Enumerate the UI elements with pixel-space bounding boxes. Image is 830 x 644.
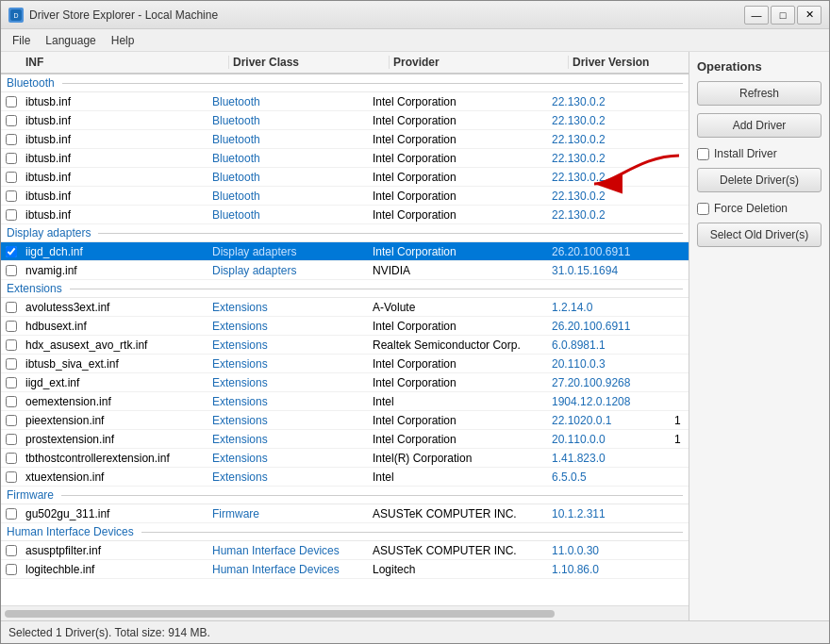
select-old-button[interactable]: Select Old Driver(s): [697, 223, 822, 247]
cell-inf: ibtusb_siva_ext.inf: [22, 357, 208, 371]
row-checkbox[interactable]: [6, 453, 17, 464]
table-row[interactable]: hdx_asusext_avo_rtk.infExtensionsRealtek…: [1, 336, 689, 355]
cell-inf: tbthostcontrollerextension.inf: [22, 452, 208, 465]
cell-provider: Intel Corporation: [369, 114, 548, 127]
cell-inf: oemextension.inf: [22, 395, 208, 408]
row-checkbox[interactable]: [6, 339, 17, 351]
row-checkbox[interactable]: [6, 545, 17, 556]
row-checkbox[interactable]: [6, 246, 17, 257]
row-checkbox[interactable]: [6, 302, 17, 313]
cell-class: Human Interface Devices: [208, 544, 369, 557]
cell-version: 1.2.14.0: [548, 301, 671, 314]
cell-version: 22.130.0.2: [548, 114, 671, 127]
row-checkbox[interactable]: [6, 396, 17, 407]
row-checkbox[interactable]: [6, 172, 17, 183]
cell-version: 1.41.823.0: [548, 452, 671, 465]
menu-file[interactable]: File: [5, 32, 38, 49]
cell-version: 27.20.100.9268: [548, 376, 671, 389]
cell-version: 1904.12.0.1208: [548, 395, 671, 408]
delete-driver-button[interactable]: Delete Driver(s): [697, 168, 822, 192]
table-row[interactable]: ibtusb.infBluetoothIntel Corporation22.1…: [1, 149, 689, 168]
row-checkbox[interactable]: [6, 358, 17, 370]
menu-help[interactable]: Help: [104, 32, 142, 49]
close-button[interactable]: ✕: [797, 6, 822, 25]
table-row[interactable]: tbthostcontrollerextension.infExtensions…: [1, 449, 689, 468]
table-row[interactable]: pieextension.infExtensionsIntel Corporat…: [1, 411, 689, 430]
cell-inf: ibtusb.inf: [22, 208, 208, 222]
table-row[interactable]: prostextension.infExtensionsIntel Corpor…: [1, 430, 689, 449]
table-row[interactable]: oemextension.infExtensionsIntel1904.12.0…: [1, 392, 689, 411]
table-row[interactable]: ibtusb.infBluetoothIntel Corporation22.1…: [1, 206, 689, 224]
status-text: Selected 1 Driver(s). Total size: 914 MB…: [8, 626, 210, 639]
cell-class: Bluetooth: [208, 133, 369, 146]
row-checkbox[interactable]: [6, 96, 17, 107]
table-row[interactable]: iigd_ext.infExtensionsIntel Corporation2…: [1, 373, 689, 392]
cell-class: Human Interface Devices: [208, 563, 369, 576]
group-header: Display adapters: [1, 224, 689, 242]
row-checkbox[interactable]: [6, 434, 17, 445]
table-row[interactable]: ibtusb.infBluetoothIntel Corporation22.1…: [1, 111, 689, 130]
title-bar-buttons: — □ ✕: [744, 6, 822, 25]
add-driver-button[interactable]: Add Driver: [697, 113, 822, 138]
row-checkbox[interactable]: [6, 265, 17, 276]
row-checkbox[interactable]: [6, 471, 17, 483]
cell-version: 11.0.0.30: [548, 544, 671, 557]
cell-inf: iigd_ext.inf: [22, 376, 208, 389]
cell-inf: xtuextension.inf: [22, 471, 208, 484]
table-row[interactable]: ibtusb.infBluetoothIntel Corporation22.1…: [1, 187, 689, 206]
group-header: Extensions: [1, 280, 689, 298]
install-driver-checkbox[interactable]: [697, 148, 709, 160]
row-checkbox[interactable]: [6, 209, 17, 221]
row-checkbox[interactable]: [6, 115, 17, 126]
table-row[interactable]: ibtusb.infBluetoothIntel Corporation22.1…: [1, 168, 689, 187]
row-checkbox[interactable]: [6, 321, 17, 332]
table-row[interactable]: iigd_dch.infDisplay adaptersIntel Corpor…: [1, 242, 689, 261]
table-row[interactable]: hdbusext.infExtensionsIntel Corporation2…: [1, 317, 689, 336]
column-inf[interactable]: INF: [22, 56, 229, 69]
table-row[interactable]: gu502gu_311.infFirmwareASUSTeK COMPUTER …: [1, 504, 689, 523]
cell-class: Extensions: [208, 301, 369, 314]
statusbar: Selected 1 Driver(s). Total size: 914 MB…: [1, 620, 829, 643]
column-provider[interactable]: Provider: [390, 56, 569, 69]
cell-version: 22.130.0.2: [548, 190, 671, 203]
cell-version: 20.110.0.3: [548, 357, 671, 371]
column-class[interactable]: Driver Class: [229, 56, 390, 69]
force-deletion-label[interactable]: Force Deletion: [714, 202, 788, 215]
row-checkbox[interactable]: [6, 415, 17, 426]
table-row[interactable]: avolutess3ext.infExtensionsA-Volute1.2.1…: [1, 298, 689, 317]
table-row[interactable]: ibtusb.infBluetoothIntel Corporation22.1…: [1, 92, 689, 111]
cell-provider: NVIDIA: [369, 264, 548, 277]
menu-language[interactable]: Language: [38, 32, 103, 49]
cell-version: 20.110.0.0: [548, 433, 671, 446]
maximize-button[interactable]: □: [771, 6, 795, 25]
minimize-button[interactable]: —: [744, 6, 769, 25]
horizontal-scrollbar[interactable]: [1, 605, 689, 620]
table-scroll-area[interactable]: Bluetoothibtusb.infBluetoothIntel Corpor…: [1, 74, 689, 605]
row-checkbox[interactable]: [6, 377, 17, 388]
table-header: INF Driver Class Provider Driver Version…: [1, 52, 689, 74]
table-row[interactable]: asusptpfilter.infHuman Interface Devices…: [1, 541, 689, 560]
cell-class: Bluetooth: [208, 114, 369, 127]
row-checkbox[interactable]: [6, 508, 17, 520]
row-checkbox[interactable]: [6, 190, 17, 202]
column-version[interactable]: Driver Version: [569, 56, 689, 69]
table-row[interactable]: ibtusb.infBluetoothIntel Corporation22.1…: [1, 130, 689, 149]
row-checkbox[interactable]: [6, 564, 17, 575]
row-checkbox[interactable]: [6, 153, 17, 164]
force-deletion-checkbox[interactable]: [697, 203, 709, 215]
main-window: D Driver Store Explorer - Local Machine …: [0, 0, 830, 644]
row-checkbox[interactable]: [6, 134, 17, 145]
table-row[interactable]: xtuextension.infExtensionsIntel6.5.0.5: [1, 468, 689, 487]
refresh-button[interactable]: Refresh: [697, 81, 822, 106]
cell-provider: Intel Corporation: [369, 245, 548, 258]
svg-text:D: D: [13, 12, 18, 19]
operations-title: Operations: [697, 59, 822, 74]
cell-provider: Intel Corporation: [369, 357, 548, 371]
table-row[interactable]: nvamig.infDisplay adaptersNVIDIA31.0.15.…: [1, 261, 689, 280]
cell-version: 22.130.0.2: [548, 208, 671, 222]
install-driver-label[interactable]: Install Driver: [714, 147, 777, 160]
cell-d: 1: [671, 433, 689, 446]
table-row[interactable]: logitechble.infHuman Interface DevicesLo…: [1, 560, 689, 579]
cell-class: Extensions: [208, 471, 369, 484]
table-row[interactable]: ibtusb_siva_ext.infExtensionsIntel Corpo…: [1, 355, 689, 373]
